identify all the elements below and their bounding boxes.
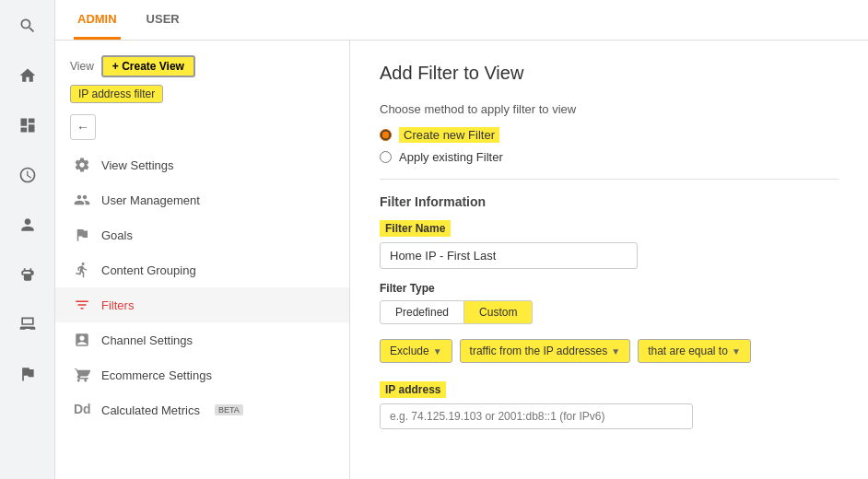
that-label: that are equal to [648, 345, 728, 357]
filter-name-input[interactable] [380, 242, 638, 269]
filter-row: Exclude ▼ traffic from the IP addresses … [380, 339, 839, 363]
main-layout: ADMIN USER View + Create View IP address… [55, 0, 868, 479]
sidebar-item-user-management[interactable]: User Management [55, 182, 349, 217]
filter-name-field: Filter Name [380, 220, 839, 269]
filter-info-title: Filter Information [380, 194, 839, 209]
channel-settings-icon [74, 332, 90, 348]
sidebar-item-channel-settings[interactable]: Channel Settings [55, 322, 349, 357]
sidebar-item-goals[interactable]: Goals [55, 217, 349, 252]
back-button[interactable]: ← [70, 114, 96, 140]
clock-icon[interactable] [11, 158, 44, 192]
filter-name-label: Filter Name [380, 220, 451, 237]
that-dropdown[interactable]: that are equal to ▼ [638, 339, 751, 363]
content-area: View + Create View IP address filter ← V… [55, 41, 868, 479]
radio-apply-existing-input[interactable] [380, 151, 392, 163]
ecommerce-icon [74, 367, 90, 383]
dashboard-icon[interactable] [11, 109, 44, 142]
channel-settings-label: Channel Settings [101, 333, 193, 347]
sidebar-item-calculated-metrics[interactable]: Dd Calculated Metrics BETA [55, 392, 349, 427]
goals-icon [74, 227, 90, 243]
user-management-icon [74, 192, 90, 208]
goals-label: Goals [101, 228, 133, 242]
page-title: Add Filter to View [380, 63, 839, 84]
ip-address-section: IP address [380, 381, 839, 429]
fork-icon[interactable] [11, 258, 44, 291]
sidebar-item-ecommerce-settings[interactable]: Ecommerce Settings [55, 357, 349, 392]
filter-type-field: Filter Type Predefined Custom [380, 282, 839, 324]
tab-user[interactable]: USER [143, 1, 183, 40]
ip-address-input[interactable] [380, 403, 693, 429]
ip-filter-badge[interactable]: IP address filter [70, 85, 163, 103]
filter-type-custom[interactable]: Custom [464, 300, 533, 324]
from-arrow-icon: ▼ [611, 346, 620, 356]
flag-icon[interactable] [11, 357, 44, 391]
person-icon[interactable] [11, 208, 44, 241]
calculated-metrics-icon: Dd [74, 402, 90, 418]
ecommerce-label: Ecommerce Settings [101, 368, 212, 382]
view-settings-icon [74, 157, 90, 173]
exclude-dropdown[interactable]: Exclude ▼ [380, 339, 452, 363]
from-label: traffic from the IP addresses [470, 345, 608, 357]
user-management-label: User Management [101, 193, 200, 207]
radio-create-new[interactable]: Create new Filter [380, 127, 839, 143]
filter-type-predefined[interactable]: Predefined [380, 300, 464, 324]
calculated-metrics-label: Calculated Metrics [101, 403, 200, 417]
radio-group: Create new Filter Apply existing Filter [380, 127, 839, 164]
beta-badge: BETA [215, 404, 243, 415]
view-row: View + Create View [55, 48, 349, 85]
tab-admin[interactable]: ADMIN [74, 1, 121, 40]
from-dropdown[interactable]: traffic from the IP addresses ▼ [460, 339, 631, 363]
that-arrow-icon: ▼ [732, 346, 741, 356]
view-settings-label: View Settings [101, 158, 174, 172]
filter-type-label: Filter Type [380, 282, 839, 295]
exclude-label: Exclude [390, 345, 429, 357]
content-grouping-icon [74, 262, 90, 278]
create-view-button[interactable]: + Create View [101, 55, 195, 77]
right-content: Add Filter to View Choose method to appl… [350, 41, 868, 479]
choose-method-label: Choose method to apply filter to view [380, 102, 839, 116]
search-icon[interactable] [11, 9, 44, 42]
filter-type-buttons: Predefined Custom [380, 300, 839, 324]
filters-label: Filters [101, 298, 134, 312]
content-grouping-label: Content Grouping [101, 263, 196, 277]
sidebar-item-view-settings[interactable]: View Settings [55, 147, 349, 182]
exclude-arrow-icon: ▼ [433, 346, 442, 356]
home-icon[interactable] [11, 59, 44, 92]
icon-bar [0, 0, 55, 479]
ip-address-label: IP address [380, 381, 446, 398]
divider-1 [380, 179, 839, 180]
sidebar-item-filters[interactable]: Filters [55, 287, 349, 322]
top-nav: ADMIN USER [55, 0, 868, 41]
filters-icon [74, 297, 90, 313]
view-label: View [70, 60, 94, 73]
radio-create-new-input[interactable] [380, 129, 392, 141]
radio-apply-existing-label: Apply existing Filter [399, 150, 503, 164]
sidebar-item-content-grouping[interactable]: Content Grouping [55, 252, 349, 287]
radio-create-new-label: Create new Filter [399, 127, 499, 143]
radio-apply-existing[interactable]: Apply existing Filter [380, 150, 839, 164]
sidebar: View + Create View IP address filter ← V… [55, 41, 350, 479]
monitor-icon[interactable] [11, 308, 44, 341]
